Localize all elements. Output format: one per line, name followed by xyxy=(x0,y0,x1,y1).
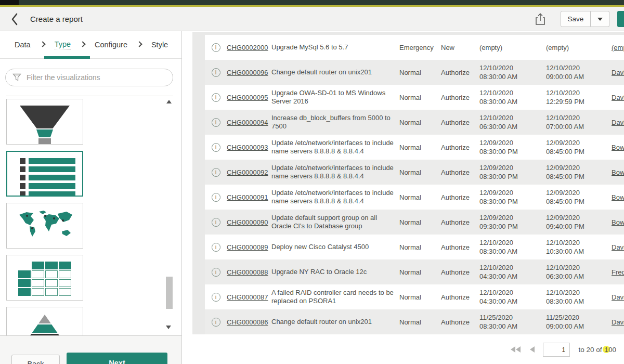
funnel-chart-icon xyxy=(7,99,83,144)
step-style[interactable]: Style xyxy=(151,41,168,49)
change-number-link[interactable]: CHG0000091 xyxy=(227,193,268,201)
step-data[interactable]: Data xyxy=(15,41,31,49)
short-description-cell: A failed RAID controller card needs to b… xyxy=(271,284,399,309)
change-number-link[interactable]: CHG0000086 xyxy=(227,318,268,326)
info-icon[interactable] xyxy=(212,243,220,252)
world-map-icon xyxy=(7,203,83,243)
page-number-input[interactable] xyxy=(543,343,570,357)
end-date-cell: 12/09/2020 08:45:00 PM xyxy=(546,185,612,210)
viz-thumbnail-heatmap[interactable] xyxy=(6,255,83,301)
change-number-link[interactable]: CHG0000093 xyxy=(227,144,268,151)
info-cell xyxy=(205,284,227,309)
end-date-cell: 12/10/2020 06:30:00 AM xyxy=(546,259,612,284)
table-row: CHG0002000 Upgrade MySql 5.6 to 5.7 Emer… xyxy=(192,35,624,60)
report-preview-table: CHG0002000 Upgrade MySql 5.6 to 5.7 Emer… xyxy=(192,32,624,335)
back-arrow-icon[interactable] xyxy=(10,13,22,25)
info-icon[interactable] xyxy=(212,168,220,177)
info-icon[interactable] xyxy=(212,118,220,127)
page-title: Create a report xyxy=(30,15,83,23)
next-button[interactable]: Next xyxy=(67,353,167,364)
priority-cell: Normal xyxy=(399,259,441,284)
assigned-to-link[interactable]: Fred xyxy=(612,268,624,276)
divider xyxy=(6,96,173,96)
assigned-to-link[interactable]: Bow xyxy=(612,144,624,151)
info-icon[interactable] xyxy=(212,68,220,77)
row-gutter xyxy=(192,235,205,259)
viz-thumbnail-map[interactable] xyxy=(6,203,83,249)
info-icon[interactable] xyxy=(212,218,220,227)
save-button[interactable]: Save xyxy=(561,11,591,27)
change-number-link[interactable]: CHG0000090 xyxy=(227,218,268,226)
assigned-to-link[interactable]: Bow xyxy=(612,193,624,201)
step-configure[interactable]: Configure xyxy=(95,41,127,49)
assigned-to-link[interactable]: David xyxy=(612,243,624,251)
previous-page-icon[interactable] xyxy=(530,346,535,353)
change-number-link[interactable]: CHG0002000 xyxy=(227,44,268,51)
info-icon[interactable] xyxy=(212,93,220,102)
info-icon[interactable] xyxy=(212,318,220,327)
priority-cell: Normal xyxy=(399,309,441,334)
info-icon[interactable] xyxy=(212,143,220,152)
filter-input[interactable] xyxy=(27,73,173,82)
state-cell: Authorize xyxy=(441,60,479,85)
assigned-to-link[interactable]: David xyxy=(612,94,624,101)
short-description-cell: Update /etc/network/interfaces to includ… xyxy=(271,135,399,160)
start-date-cell: 12/09/2020 08:30:00 PM xyxy=(479,135,546,160)
viz-thumbnail-funnel[interactable] xyxy=(6,99,83,145)
assigned-to-link[interactable]: David xyxy=(612,119,624,126)
change-number-link[interactable]: CHG0000089 xyxy=(227,243,268,251)
change-number-link[interactable]: CHG0000088 xyxy=(227,268,268,276)
browser-top-strip xyxy=(0,0,624,7)
scrollbar-thumb[interactable] xyxy=(166,277,173,309)
table-row: CHG0000096 Change default router on unix… xyxy=(192,60,624,85)
short-description-cell: Upgrade MySql 5.6 to 5.7 xyxy=(271,35,399,60)
assigned-to-link[interactable]: David xyxy=(612,293,624,301)
info-icon[interactable] xyxy=(212,193,220,202)
info-icon[interactable] xyxy=(212,43,220,52)
start-date-cell: 12/09/2020 08:30:00 PM xyxy=(479,185,546,210)
clipped-primary-button[interactable] xyxy=(617,11,624,27)
assigned-to-link[interactable]: David xyxy=(612,69,624,76)
short-description-cell: Increase db_block_buffers from 5000 to 7… xyxy=(271,110,399,135)
state-cell: Authorize xyxy=(441,185,479,210)
short-description-cell: Update default support group on all Orac… xyxy=(271,210,399,235)
assigned-to-link[interactable]: Bow xyxy=(612,168,624,176)
pagination-range: to 20 of 100 xyxy=(578,346,616,354)
short-description-cell: Change default router on unix201 xyxy=(271,309,399,334)
viz-thumbnail-list[interactable] xyxy=(6,151,83,197)
short-description-cell: Change default router on unix201 xyxy=(271,60,399,85)
share-icon[interactable] xyxy=(535,12,547,26)
table-row: CHG0000094 Increase db_block_buffers fro… xyxy=(192,110,624,135)
change-number-link[interactable]: CHG0000092 xyxy=(227,168,268,176)
info-cell xyxy=(205,85,227,110)
end-date-cell: 12/10/2020 10:30:00 AM xyxy=(546,235,612,259)
info-icon[interactable] xyxy=(212,268,220,277)
scroll-up-icon[interactable] xyxy=(166,100,172,103)
scroll-down-icon[interactable] xyxy=(166,326,171,329)
assigned-to-link[interactable]: (empty) xyxy=(612,44,624,51)
change-number-link[interactable]: CHG0000095 xyxy=(227,94,268,101)
state-cell: Authorize xyxy=(441,259,479,284)
priority-cell: Normal xyxy=(399,160,441,185)
save-dropdown-button[interactable] xyxy=(591,11,609,27)
chevron-right-icon xyxy=(40,41,45,47)
info-cell xyxy=(205,309,227,334)
info-cell xyxy=(205,235,227,259)
info-cell xyxy=(205,185,227,210)
range-suffix: to 20 of xyxy=(578,346,602,354)
info-icon[interactable] xyxy=(212,293,220,302)
first-page-icon[interactable] xyxy=(511,346,521,353)
state-cell: New xyxy=(441,35,479,60)
step-type[interactable]: Type xyxy=(55,40,71,49)
assigned-to-link[interactable]: David xyxy=(612,318,624,326)
priority-cell: Emergency xyxy=(399,35,441,60)
change-number-link[interactable]: CHG0000094 xyxy=(227,119,268,126)
change-number-link[interactable]: CHG0000096 xyxy=(227,69,268,76)
back-button[interactable]: Back xyxy=(11,355,60,364)
visualization-list xyxy=(6,97,173,335)
heatmap-grid-icon xyxy=(7,255,83,296)
visualization-scrollbar[interactable] xyxy=(164,97,173,335)
viz-thumbnail-pyramid[interactable] xyxy=(6,307,83,335)
change-number-link[interactable]: CHG0000087 xyxy=(227,293,268,301)
assigned-to-link[interactable]: Bow xyxy=(612,218,624,226)
